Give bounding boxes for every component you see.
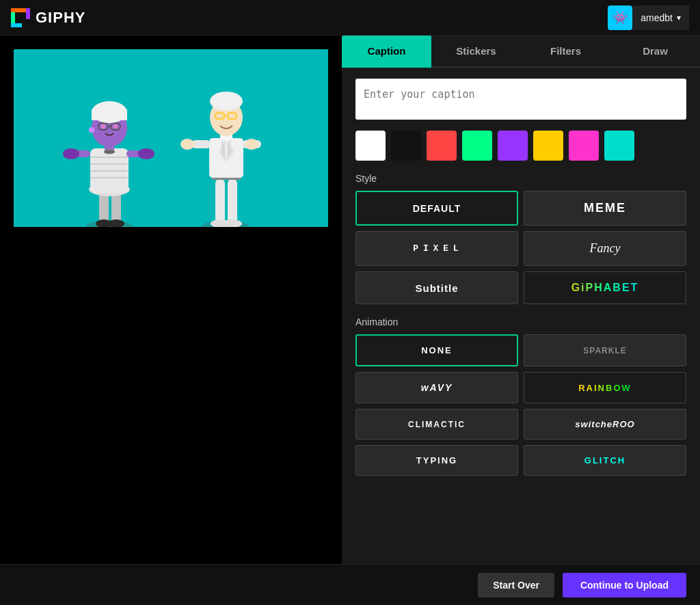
anim-btn-none[interactable]: NONE (355, 334, 518, 366)
username-label: amedbt (641, 12, 673, 23)
color-swatch-purple[interactable] (498, 131, 528, 161)
svg-point-22 (104, 150, 115, 154)
color-swatch-black[interactable] (391, 131, 421, 161)
anim-btn-glitch[interactable]: GLITCH (524, 445, 686, 476)
tab-caption[interactable]: Caption (342, 36, 431, 68)
preview-panel (0, 36, 342, 564)
svg-rect-3 (26, 8, 30, 19)
animation-section-label: Animation (355, 317, 686, 327)
color-swatch-red[interactable] (427, 131, 457, 161)
tab-draw[interactable]: Draw (610, 36, 700, 68)
tab-filters[interactable]: Filters (521, 36, 610, 68)
color-swatch-green[interactable] (462, 131, 492, 161)
tab-stickers[interactable]: Stickers (431, 36, 521, 68)
color-swatch-cyan[interactable] (604, 131, 634, 161)
svg-point-44 (180, 139, 194, 150)
style-btn-giphabet[interactable]: GiPHABET (524, 271, 686, 304)
style-btn-subtitle[interactable]: Subtitle (355, 271, 518, 304)
start-over-button[interactable]: Start Over (478, 573, 554, 597)
style-section-label: Style (355, 173, 686, 184)
header: GIPHY 👾 amedbt ▾ (0, 0, 700, 36)
editor-content-area: Style DEFAULT MEME P I X E L Fancy Subti… (342, 68, 700, 487)
svg-point-27 (101, 124, 105, 129)
continue-button[interactable]: Continue to Upload (563, 573, 686, 597)
anim-btn-switcheroo[interactable]: switcheROO (524, 409, 686, 440)
color-swatch-pink[interactable] (569, 131, 599, 161)
style-btn-default[interactable]: DEFAULT (355, 191, 518, 226)
anim-btn-wavy[interactable]: wAVY (355, 372, 518, 403)
anim-btn-climactic[interactable]: CLIMACTIC (355, 409, 518, 440)
svg-point-20 (138, 148, 154, 159)
svg-rect-5 (14, 49, 328, 227)
user-menu-button[interactable]: amedbt ▾ (632, 5, 689, 30)
main-content: Caption Stickers Filters Draw (0, 36, 700, 564)
svg-point-19 (63, 148, 79, 159)
giphy-logo-icon (11, 8, 30, 27)
svg-rect-33 (215, 179, 225, 224)
svg-point-45 (245, 139, 258, 150)
svg-rect-38 (209, 138, 243, 178)
footer: Start Over Continue to Upload (0, 564, 700, 605)
svg-rect-4 (11, 23, 22, 27)
svg-point-31 (89, 127, 94, 133)
anim-btn-typing[interactable]: TYPING (355, 445, 518, 476)
style-btn-pixel[interactable]: P I X E L (355, 231, 518, 266)
caption-input[interactable] (355, 79, 686, 120)
svg-rect-34 (228, 179, 237, 224)
style-grid: DEFAULT MEME P I X E L Fancy Subtitle Gi… (355, 191, 686, 304)
avatar-emoji: 👾 (612, 10, 628, 25)
logo-area: GIPHY (11, 8, 85, 27)
color-swatches (355, 131, 686, 161)
giphy-logo-text: GIPHY (36, 9, 85, 27)
tabs-bar: Caption Stickers Filters Draw (342, 36, 700, 68)
anim-btn-rainbow[interactable]: RAINBOW (524, 372, 686, 403)
editor-panel: Caption Stickers Filters Draw (342, 36, 700, 564)
svg-point-47 (210, 92, 243, 111)
color-swatch-white[interactable] (355, 131, 386, 161)
svg-point-28 (113, 124, 118, 129)
anim-btn-sparkle[interactable]: SPARKLE (524, 334, 686, 366)
style-btn-fancy[interactable]: Fancy (524, 231, 686, 266)
svg-rect-30 (92, 109, 127, 120)
user-avatar: 👾 (608, 5, 632, 30)
color-swatch-yellow[interactable] (533, 131, 563, 161)
user-area: 👾 amedbt ▾ (608, 5, 689, 30)
gif-preview (14, 49, 328, 227)
style-btn-meme[interactable]: MEME (524, 191, 686, 226)
chevron-down-icon: ▾ (677, 13, 681, 23)
svg-rect-42 (191, 140, 211, 148)
animation-grid: NONE SPARKLE wAVY RAINBOW CLIMACTIC swit… (355, 334, 686, 476)
